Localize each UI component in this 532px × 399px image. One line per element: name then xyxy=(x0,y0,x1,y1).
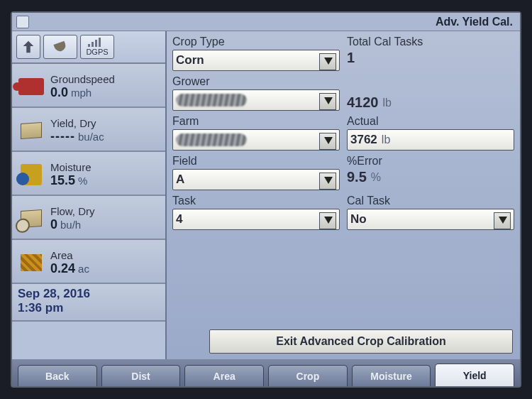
metric-area: Area 0.24ac xyxy=(12,240,165,284)
area-label: Area xyxy=(50,249,161,261)
dgps-bars-icon xyxy=(87,38,107,48)
tab-moisture[interactable]: Moisture xyxy=(352,365,431,386)
moisture-unit: % xyxy=(78,175,87,187)
grower-select[interactable] xyxy=(172,89,340,111)
cal-weight-value: 4120 xyxy=(347,94,379,111)
task-value: 4 xyxy=(176,212,182,226)
actual-value: 3762 xyxy=(350,133,377,147)
form-area: Crop Type Corn Total Cal Tasks 1 Grower xyxy=(167,31,520,359)
nav-tile-satellite[interactable] xyxy=(43,35,77,59)
actual-label: Actual xyxy=(347,115,514,128)
farm-value-redacted xyxy=(176,133,247,146)
pct-error-label: %Error xyxy=(347,155,514,168)
cal-task-label: Cal Task xyxy=(347,195,514,207)
tab-yield[interactable]: Yield xyxy=(435,364,514,386)
nav-tile-dgps[interactable]: DGPS xyxy=(80,35,114,59)
titlebar-tool-icon[interactable] xyxy=(16,16,29,28)
nav-up-button[interactable] xyxy=(16,35,40,59)
nav-row: DGPS xyxy=(12,31,165,64)
area-icon xyxy=(21,254,42,271)
actual-unit: lb xyxy=(382,133,390,146)
tab-crop[interactable]: Crop xyxy=(268,365,348,386)
farm-label: Farm xyxy=(172,115,340,128)
pct-error-box: 9.5 % xyxy=(347,169,514,185)
exit-calibration-button[interactable]: Exit Advanced Crop Calibration xyxy=(209,329,513,354)
bottom-tabs: Back Dist Area Crop Moisture Yield xyxy=(12,359,520,386)
tab-back[interactable]: Back xyxy=(18,365,97,386)
timestamp-date: Sep 28, 2016 xyxy=(18,287,160,301)
metric-yield: Yield, Dry -----bu/ac xyxy=(12,108,165,152)
task-label: Task xyxy=(172,195,340,207)
total-cal-tasks-value: 1 xyxy=(347,50,355,66)
flow-icon xyxy=(21,209,42,228)
moisture-value: 15.5 xyxy=(50,173,75,187)
crop-type-select[interactable]: Corn xyxy=(172,50,340,71)
flow-label: Flow, Dry xyxy=(50,205,161,217)
total-cal-tasks-value-box: 1 xyxy=(347,50,514,66)
cal-weight-unit: lb xyxy=(383,97,392,109)
tab-dist[interactable]: Dist xyxy=(101,365,181,386)
grower-value-redacted xyxy=(176,94,247,106)
yield-label: Yield, Dry xyxy=(50,117,161,129)
field-label: Field xyxy=(172,155,340,168)
field-value: A xyxy=(176,173,184,187)
pct-error-value: 9.5 xyxy=(347,169,367,185)
groundspeed-value: 0.0 xyxy=(50,85,68,99)
titlebar: Adv. Yield Cal. xyxy=(12,13,520,31)
farm-select[interactable] xyxy=(172,129,340,151)
yield-unit: bu/ac xyxy=(78,131,104,143)
field-select[interactable]: A xyxy=(172,169,340,190)
actual-field[interactable]: 3762 lb xyxy=(347,129,514,151)
cal-task-value: No xyxy=(350,212,367,226)
metric-flow: Flow, Dry 0bu/h xyxy=(12,196,165,240)
timestamp: Sep 28, 2016 1:36 pm xyxy=(12,284,165,322)
cal-weight-box: 4120 lb xyxy=(347,94,514,111)
tab-area[interactable]: Area xyxy=(184,365,264,386)
dgps-label: DGPS xyxy=(86,48,108,56)
total-cal-tasks-label: Total Cal Tasks xyxy=(347,35,514,48)
device-screen: Adv. Yield Cal. DGPS xyxy=(11,11,521,388)
metric-groundspeed: Groundspeed 0.0mph xyxy=(12,64,165,108)
exit-calibration-label: Exit Advanced Crop Calibration xyxy=(276,335,445,348)
moisture-label: Moisture xyxy=(50,161,161,173)
area-unit: ac xyxy=(78,263,89,275)
grain-bin-icon xyxy=(21,122,42,139)
svg-rect-2 xyxy=(95,40,97,47)
crop-type-value: Corn xyxy=(176,53,204,67)
task-select[interactable]: 4 xyxy=(172,209,340,230)
timestamp-time: 1:36 pm xyxy=(18,301,160,315)
groundspeed-label: Groundspeed xyxy=(50,73,161,85)
page-title: Adv. Yield Cal. xyxy=(436,16,516,28)
combine-icon xyxy=(18,78,44,95)
sidebar: DGPS Groundspeed 0.0mph Yield, Dry -----… xyxy=(12,31,167,359)
moisture-icon xyxy=(21,164,42,185)
crop-type-label: Crop Type xyxy=(172,35,340,48)
cal-task-select[interactable]: No xyxy=(347,209,514,230)
grower-label: Grower xyxy=(172,75,340,88)
arrow-up-icon xyxy=(21,39,36,55)
area-value: 0.24 xyxy=(50,261,75,275)
pct-error-unit: % xyxy=(371,171,381,184)
yield-value: ----- xyxy=(50,129,75,143)
satellite-dish-icon xyxy=(53,41,67,53)
svg-rect-0 xyxy=(88,44,90,47)
flow-value: 0 xyxy=(50,217,57,231)
svg-rect-1 xyxy=(92,42,94,47)
metric-moisture: Moisture 15.5% xyxy=(12,152,165,196)
groundspeed-unit: mph xyxy=(71,87,92,99)
flow-unit: bu/h xyxy=(60,219,81,231)
svg-rect-3 xyxy=(99,38,101,47)
